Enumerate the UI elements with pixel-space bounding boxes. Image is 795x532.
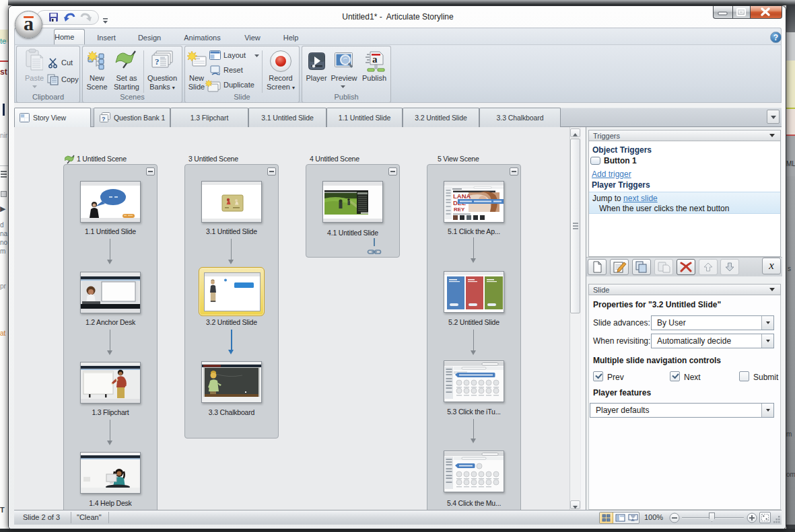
svg-text:?: ?: [102, 116, 105, 122]
svg-text:a: a: [372, 54, 378, 65]
svg-text:REY: REY: [454, 206, 465, 213]
svg-text:?: ?: [155, 56, 160, 67]
